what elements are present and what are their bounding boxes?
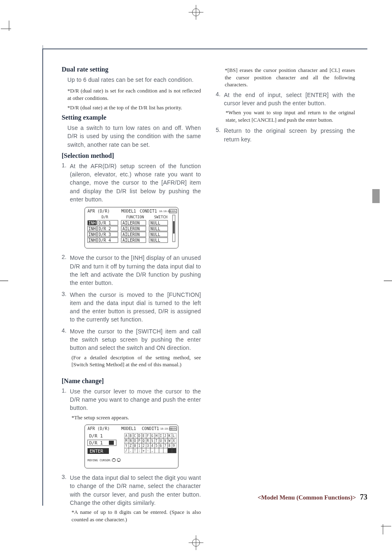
paragraph: Use a switch to turn low rates on and of… — [67, 124, 201, 149]
name-change-steps-cont: 3.Use the data input dial to select the … — [62, 474, 201, 523]
fine-note: *D/R (dual rate) at the top of the D/R l… — [67, 104, 201, 111]
svg-text:MOVING CURSOR:: MOVING CURSOR: — [88, 459, 112, 462]
list-item: 4.At the end of input, select [ENTER] wi… — [216, 91, 355, 124]
svg-text:NULL: NULL — [150, 221, 160, 225]
svg-text:AILERON: AILERON — [122, 232, 140, 237]
svg-text:7: 7 — [164, 444, 166, 448]
page-footer: <Model Menu (Common Functions)> 73 — [258, 493, 367, 502]
svg-rect-66 — [109, 441, 114, 445]
list-item: 3.Use the data input dial to select the … — [62, 474, 201, 523]
svg-text:D/R 3: D/R 3 — [99, 232, 111, 237]
svg-text:6: 6 — [160, 444, 162, 448]
svg-text:MODEL1: MODEL1 — [121, 209, 136, 213]
list-item: 1.At the AFR(D/R) setup screen of the fu… — [62, 162, 201, 204]
svg-text:100%: 100% — [170, 210, 176, 213]
svg-text:NULL: NULL — [150, 227, 160, 231]
list-item: 5.Return to the original screen by press… — [216, 127, 355, 143]
svg-text:0: 0 — [134, 444, 136, 448]
svg-text:-: - — [147, 449, 149, 453]
svg-text:E: E — [143, 434, 145, 438]
svg-text:D: D — [138, 434, 140, 438]
svg-text:AFR (D/R): AFR (D/R) — [88, 426, 110, 431]
svg-text:CONDIT1: CONDIT1 — [140, 209, 157, 213]
svg-text:C: C — [134, 434, 136, 438]
registration-mark-bottom-icon — [188, 534, 204, 551]
svg-text:Y: Y — [125, 444, 127, 448]
svg-text:W: W — [168, 439, 171, 443]
svg-text:X: X — [173, 439, 175, 443]
svg-text:F: F — [147, 434, 149, 438]
content-frame: Dual rate setting Up to 6 dual rates can… — [42, 49, 367, 506]
svg-text:FUNCTION: FUNCTION — [126, 215, 144, 219]
selection-steps: 1.At the AFR(D/R) setup screen of the fu… — [62, 162, 201, 204]
svg-text:CL: CL — [173, 449, 176, 452]
svg-text:INH: INH — [88, 232, 96, 237]
svg-text:G: G — [151, 434, 153, 438]
fine-note: *[BS] erases the cursor position charact… — [225, 67, 355, 88]
svg-text:INH: INH — [88, 221, 96, 225]
svg-text:4: 4 — [151, 444, 153, 448]
svg-text:1: 1 — [138, 444, 140, 448]
svg-text:R: R — [147, 439, 149, 443]
svg-text:A: A — [125, 434, 127, 438]
svg-text:INH: INH — [88, 227, 96, 231]
svg-text:P: P — [138, 439, 140, 443]
name-change-steps: 1.Use the cursor lever to move the curso… — [62, 387, 201, 421]
svg-text:BS: BS — [168, 449, 172, 452]
svg-text:L: L — [173, 434, 175, 438]
lcd-screenshot-dr-list: AFR (D/R) MODEL1 CONDIT1 10:10:00 100% D… — [84, 207, 179, 249]
svg-text:ENTER: ENTER — [90, 449, 103, 454]
svg-text:8: 8 — [168, 444, 171, 448]
svg-text:+: + — [143, 449, 145, 453]
svg-text:MODEL1: MODEL1 — [121, 426, 136, 431]
svg-text:K: K — [168, 434, 171, 438]
fine-note: *D/R (dual rate) is set for each conditi… — [67, 87, 201, 102]
svg-text:100%: 100% — [171, 427, 177, 430]
list-item: 4.Move the cursor to the [SWITCH] item a… — [62, 327, 201, 368]
svg-text:N: N — [129, 439, 131, 443]
footer-section: <Model Menu (Common Functions)> — [258, 494, 356, 501]
svg-text:Z: Z — [129, 444, 131, 448]
right-steps: 4.At the end of input, select [ENTER] wi… — [216, 91, 355, 143]
svg-text:I: I — [160, 434, 162, 438]
svg-text:AILERON: AILERON — [122, 227, 140, 231]
svg-text:CONDIT1: CONDIT1 — [142, 426, 159, 431]
list-item: 1.Use the cursor lever to move the curso… — [62, 387, 201, 421]
svg-text:5: 5 — [155, 444, 157, 448]
svg-text:3: 3 — [147, 444, 149, 448]
svg-text:Q: Q — [143, 439, 145, 443]
side-tick-icon — [384, 275, 392, 276]
heading-dual-rate: Dual rate setting — [62, 66, 201, 73]
paragraph: Up to 6 dual rates can be set for each c… — [67, 76, 201, 84]
svg-text:D/R: D/R — [101, 215, 108, 219]
svg-text:NULL: NULL — [150, 238, 160, 243]
svg-text::: : — [138, 449, 140, 453]
crop-mark-icon — [1, 21, 13, 33]
svg-text:AILERON: AILERON — [122, 238, 140, 243]
svg-text:NULL: NULL — [150, 232, 160, 237]
svg-text:D/R 1: D/R 1 — [99, 221, 111, 225]
svg-text:SWITCH: SWITCH — [154, 215, 168, 219]
svg-text:9: 9 — [173, 444, 175, 448]
page-number: 73 — [360, 493, 367, 501]
svg-text:D/R 1: D/R 1 — [89, 440, 103, 446]
svg-text:!: ! — [134, 449, 136, 453]
svg-text:AFR (D/R): AFR (D/R) — [88, 209, 110, 213]
registration-mark-top-icon — [188, 4, 204, 21]
lcd-screenshot-name-edit: AFR (D/R) MODEL1 CONDIT1 10:10:00 100% D… — [84, 424, 179, 469]
heading-name-change: [Name change] — [62, 377, 201, 385]
svg-text:,: , — [151, 449, 153, 453]
list-item: 2.Move the cursor to the [INH] display o… — [62, 254, 201, 287]
heading-setting-example: Setting example — [62, 114, 201, 121]
svg-text:/: / — [125, 449, 127, 453]
svg-text:.: . — [129, 449, 131, 453]
svg-text:J: J — [164, 434, 166, 438]
crop-mark-icon — [379, 522, 391, 534]
list-item: 3.When the cursor is moved to the [FUNCT… — [62, 291, 201, 324]
svg-text:V: V — [164, 439, 166, 443]
svg-rect-23 — [173, 221, 175, 234]
svg-text:2: 2 — [143, 444, 145, 448]
svg-text:H: H — [155, 434, 157, 438]
svg-text:O: O — [134, 439, 136, 443]
svg-text:INH: INH — [88, 238, 96, 243]
